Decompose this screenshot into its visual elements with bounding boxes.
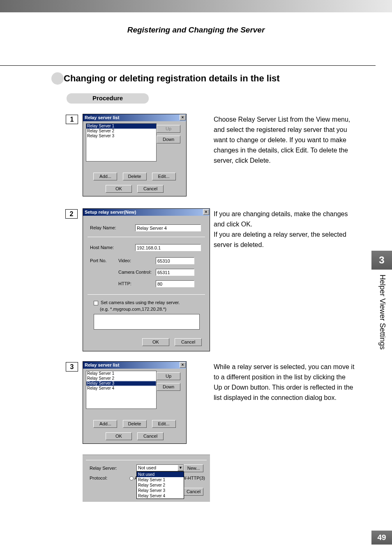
relay-server-dropdown[interactable]: Not used ▼	[136, 464, 184, 471]
chevron-down-icon[interactable]: ▼	[178, 465, 184, 471]
dialog-titlebar: Relay server list ×	[83, 114, 186, 121]
page-number: 49	[371, 531, 392, 545]
port-no-label: Port No.	[90, 258, 106, 263]
list-item[interactable]: Relay Server 1	[86, 124, 156, 129]
list-item[interactable]: Relay Server 3	[86, 134, 156, 138]
relay-server-list-dialog-2: Relay server list × Relay Server 1 Relay…	[83, 361, 187, 444]
cancel-button[interactable]: Cancel	[175, 338, 202, 346]
page-top-bar	[0, 0, 392, 12]
camera-port-label: Camera Control:	[118, 270, 152, 275]
down-button[interactable]: Down	[157, 136, 180, 143]
whp-protocol-label: W-HTTP(3)	[182, 476, 205, 480]
chapter-number: 3	[371, 251, 392, 270]
video-port-label: Video:	[118, 258, 131, 263]
step-number-2: 2	[65, 209, 78, 219]
relay-name-input[interactable]	[135, 224, 201, 231]
step1-text: Choose Relay Server List from the View m…	[214, 114, 355, 166]
dropdown-option[interactable]: Relay Server 4	[137, 493, 184, 499]
list-item[interactable]: Relay Server 4	[86, 386, 156, 391]
list-item[interactable]: Relay Server 3	[86, 381, 156, 386]
up-button[interactable]: Up	[157, 372, 180, 380]
running-header: Registering and Changing the Server	[0, 25, 392, 35]
relay-server-dropdown-list[interactable]: Not used Relay Server 1 Relay Server 2 R…	[136, 471, 184, 499]
new-button[interactable]: New...	[184, 464, 203, 472]
host-name-input[interactable]	[135, 244, 201, 251]
relay-server-list-dialog-1: Relay server list × Relay Server 1 Relay…	[83, 114, 187, 196]
dropdown-option[interactable]: Relay Server 1	[137, 477, 184, 482]
close-icon[interactable]: ×	[180, 115, 186, 120]
procedure-pill: Procedure	[67, 93, 149, 104]
dialog-title: Setup relay server(New)	[85, 210, 136, 215]
http-port-label: HTTP:	[118, 281, 131, 286]
add-button[interactable]: Add...	[93, 173, 117, 180]
edit-button[interactable]: Edit...	[152, 420, 176, 428]
relay-server-listbox[interactable]: Relay Server 1 Relay Server 2 Relay Serv…	[86, 371, 157, 409]
close-icon[interactable]: ×	[180, 362, 186, 368]
close-icon[interactable]: ×	[203, 209, 209, 215]
section-heading: Changing or deleting registration detail…	[64, 73, 280, 84]
list-item[interactable]: Relay Server 2	[86, 129, 156, 134]
step2-text-b: If you are deleting a relay server, the …	[214, 231, 346, 248]
dialog-titlebar: Relay server list ×	[83, 362, 186, 369]
connection-dialog-snippet: Relay Server: Not used ▼ New... Not used…	[83, 455, 210, 502]
host-name-label: Host Name:	[90, 245, 114, 250]
dialog-titlebar: Setup relay server(New) ×	[83, 209, 210, 216]
step-number-1: 1	[66, 115, 78, 124]
delete-button[interactable]: Delete	[123, 173, 147, 180]
cancel-button[interactable]: Cancel	[137, 185, 164, 193]
camera-port-input[interactable]	[156, 269, 194, 276]
list-item[interactable]: Relay Server 1	[86, 371, 156, 376]
step3-text: While a relay server is selected, you ca…	[214, 362, 355, 403]
set-camera-sites-checkbox[interactable]	[94, 301, 98, 305]
step-number-3: 3	[66, 362, 78, 372]
relay-server-listbox[interactable]: Relay Server 1 Relay Server 2 Relay Serv…	[86, 123, 157, 162]
ok-button[interactable]: OK	[106, 432, 132, 440]
chapter-title: Helper Viewer Settings	[371, 270, 392, 364]
ok-button[interactable]: OK	[106, 185, 132, 193]
step2-text-a: If you are changing details, make the ch…	[214, 210, 348, 228]
dropdown-option[interactable]: Not used	[137, 472, 184, 477]
dropdown-option[interactable]: Relay Server 2	[137, 482, 184, 488]
chapter-side-tab: 3 Helper Viewer Settings	[371, 251, 392, 542]
header-rule	[0, 65, 376, 66]
relay-server-label: Relay Server:	[90, 466, 117, 471]
dialog-title: Relay server list	[85, 362, 119, 367]
delete-button[interactable]: Delete	[123, 420, 147, 428]
dialog-title: Relay server list	[85, 115, 119, 120]
step2-text: If you are changing details, make the ch…	[214, 209, 355, 250]
protocol-label: Protocol:	[90, 476, 107, 480]
camera-sites-listbox[interactable]	[94, 314, 200, 330]
edit-button[interactable]: Edit...	[152, 173, 176, 180]
ok-button[interactable]: OK	[142, 338, 169, 346]
setup-relay-server-dialog: Setup relay server(New) × Relay Name: Ho…	[83, 208, 210, 351]
relay-name-label: Relay Name:	[90, 225, 116, 230]
down-button[interactable]: Down	[157, 383, 180, 391]
cancel-button[interactable]: Cancel	[184, 488, 203, 496]
up-button[interactable]: Up	[157, 125, 180, 133]
camera-sites-example: (e.g. *.mygroup.com,172.20.28.*)	[100, 307, 166, 312]
video-port-input[interactable]	[156, 257, 194, 264]
cancel-button[interactable]: Cancel	[137, 432, 164, 440]
list-item[interactable]: Relay Server 2	[86, 376, 156, 381]
auto-radio[interactable]	[129, 476, 134, 480]
relay-server-selected: Not used	[137, 465, 184, 471]
dropdown-option[interactable]: Relay Server 3	[137, 488, 184, 493]
http-port-input[interactable]	[156, 280, 194, 287]
set-camera-sites-label: Set camera sites using the relay server.	[99, 300, 180, 305]
add-button[interactable]: Add...	[93, 420, 117, 428]
section-bullet	[51, 72, 64, 85]
